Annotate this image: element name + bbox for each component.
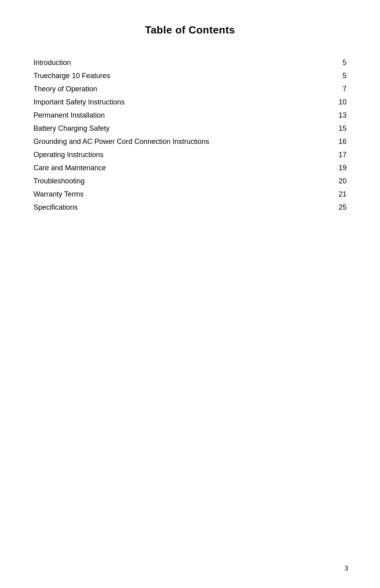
toc-item-label: Warranty Terms bbox=[32, 188, 301, 201]
toc-item-label: Grounding and AC Power Cord Connection I… bbox=[32, 135, 301, 148]
toc-row: Truecharge 10 Features5 bbox=[32, 69, 348, 83]
toc-item-label: Permanent Installation bbox=[32, 109, 301, 122]
toc-item-page: 15 bbox=[301, 122, 348, 135]
page-title: Table of Contents bbox=[32, 24, 348, 36]
toc-item-page: 21 bbox=[301, 188, 348, 201]
toc-row: Grounding and AC Power Cord Connection I… bbox=[32, 135, 348, 148]
toc-item-page: 17 bbox=[301, 148, 348, 161]
toc-item-page: 20 bbox=[301, 175, 348, 188]
toc-item-label: Specifications bbox=[32, 201, 301, 214]
toc-item-page: 10 bbox=[301, 96, 348, 109]
toc-item-page: 19 bbox=[301, 161, 348, 175]
toc-item-page: 5 bbox=[301, 56, 348, 69]
toc-row: Important Safety Instructions10 bbox=[32, 96, 348, 109]
toc-row: Operating Instructions17 bbox=[32, 148, 348, 161]
toc-item-page: 5 bbox=[301, 69, 348, 83]
toc-item-page: 7 bbox=[301, 83, 348, 96]
toc-row: Battery Charging Safety15 bbox=[32, 122, 348, 135]
toc-item-page: 13 bbox=[301, 109, 348, 122]
toc-item-label: Introduction bbox=[32, 56, 301, 69]
toc-item-page: 16 bbox=[301, 135, 348, 148]
page-container: Table of Contents Introduction5Truecharg… bbox=[0, 0, 380, 588]
toc-item-label: Truecharge 10 Features bbox=[32, 69, 301, 83]
toc-row: Specifications25 bbox=[32, 201, 348, 214]
toc-item-label: Operating Instructions bbox=[32, 148, 301, 161]
toc-item-label: Important Safety Instructions bbox=[32, 96, 301, 109]
toc-row: Troubleshooting20 bbox=[32, 175, 348, 188]
toc-row: Introduction5 bbox=[32, 56, 348, 69]
toc-item-label: Battery Charging Safety bbox=[32, 122, 301, 135]
toc-item-label: Care and Maintenance bbox=[32, 161, 301, 175]
page-number-footer: 3 bbox=[345, 565, 348, 572]
toc-row: Permanent Installation13 bbox=[32, 109, 348, 122]
toc-table: Introduction5Truecharge 10 Features5Theo… bbox=[32, 56, 348, 214]
toc-row: Care and Maintenance19 bbox=[32, 161, 348, 175]
toc-item-label: Troubleshooting bbox=[32, 175, 301, 188]
toc-row: Warranty Terms21 bbox=[32, 188, 348, 201]
toc-item-label: Theory of Operation bbox=[32, 83, 301, 96]
toc-row: Theory of Operation7 bbox=[32, 83, 348, 96]
toc-item-page: 25 bbox=[301, 201, 348, 214]
